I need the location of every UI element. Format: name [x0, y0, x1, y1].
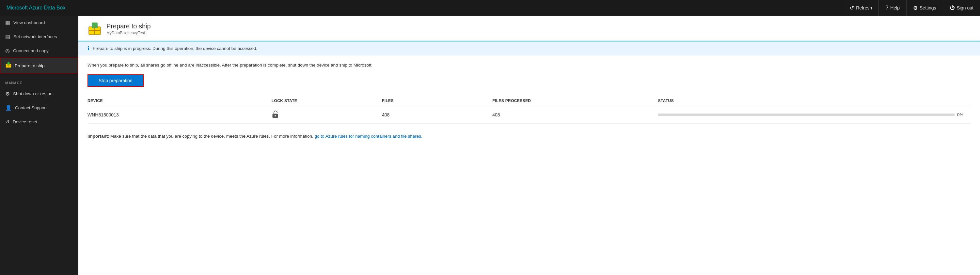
refresh-label: Refresh [856, 5, 872, 10]
network-icon: ▤ [5, 33, 10, 40]
col-header-status: STATUS [658, 96, 971, 106]
sidebar-item-dashboard-label: View dashboard [13, 20, 45, 25]
sidebar-item-network[interactable]: ▤ Set network interfaces [0, 30, 78, 44]
table-row: WNH81500013 408 408 [88, 106, 971, 124]
unlocked-icon [272, 110, 279, 118]
settings-icon: ⚙ [913, 5, 918, 11]
app-title: Microsoft Azure Data Box [6, 5, 65, 11]
dashboard-icon: ▦ [5, 19, 10, 26]
stop-preparation-button[interactable]: Stop preparation [88, 75, 144, 87]
help-label: Help [890, 5, 900, 10]
cell-status: 0% [658, 106, 971, 124]
page-title: Prepare to ship [107, 22, 151, 30]
refresh-icon: ↺ [850, 5, 854, 11]
help-button[interactable]: ? Help [878, 0, 906, 16]
sidebar-item-reset-label: Device reset [13, 119, 37, 124]
sidebar-item-reset[interactable]: ↺ Device reset [0, 115, 78, 129]
manage-section-label: MANAGE [0, 76, 78, 87]
sidebar-item-shutdown-label: Shut down or restart [13, 91, 53, 96]
sidebar-item-support[interactable]: 👤 Contact Support [0, 101, 78, 115]
help-icon: ? [885, 5, 888, 11]
support-icon: 👤 [5, 105, 12, 111]
signout-button[interactable]: ⏻ Sign out [943, 0, 980, 16]
sidebar-item-prepare-label: Prepare to ship [15, 63, 45, 68]
content-area: Prepare to ship MyDataBoxHeavyTest1 ℹ Pr… [78, 16, 980, 275]
page-header-icon [88, 22, 102, 36]
cell-device: WNH81500013 [88, 106, 272, 124]
shutdown-icon: ⚙ [5, 91, 10, 97]
info-icon: ℹ [88, 45, 89, 52]
topbar: Microsoft Azure Data Box ↺ Refresh ? Hel… [0, 0, 980, 16]
sidebar-item-connect-label: Connect and copy [13, 48, 49, 53]
content-body: When you prepare to ship, all shares go … [78, 56, 980, 146]
banner-message: Prepare to ship is in progress. During t… [93, 46, 257, 51]
progress-bar-track [658, 113, 955, 116]
prepare-icon [6, 62, 11, 69]
sidebar: ▦ View dashboard ▤ Set network interface… [0, 16, 78, 275]
sidebar-divider [0, 75, 78, 75]
svg-point-9 [275, 115, 276, 116]
signout-icon: ⏻ [950, 5, 955, 11]
stop-btn-wrapper: Stop preparation [88, 75, 971, 87]
cell-files-processed: 408 [492, 106, 658, 124]
col-header-processed: FILES PROCESSED [492, 96, 658, 106]
settings-label: Settings [920, 5, 936, 10]
sidebar-item-support-label: Contact Support [15, 105, 47, 110]
col-header-lock: LOCK STATE [272, 96, 382, 106]
cell-files: 408 [382, 106, 492, 124]
page-subtitle: MyDataBoxHeavyTest1 [107, 31, 151, 35]
progress-bar-wrapper: 0% [658, 112, 967, 117]
signout-label: Sign out [957, 5, 974, 10]
info-banner: ℹ Prepare to ship is in progress. During… [78, 41, 980, 56]
settings-button[interactable]: ⚙ Settings [906, 0, 943, 16]
sidebar-item-prepare[interactable]: Prepare to ship [0, 58, 78, 73]
page-header-texts: Prepare to ship MyDataBoxHeavyTest1 [107, 22, 151, 35]
main-layout: ▦ View dashboard ▤ Set network interface… [0, 16, 980, 275]
connect-icon: ◎ [5, 48, 10, 54]
reset-icon: ↺ [5, 119, 10, 125]
refresh-button[interactable]: ↺ Refresh [843, 0, 878, 16]
col-header-files: FILES [382, 96, 492, 106]
important-text: : Make sure that the data that you are c… [108, 134, 313, 139]
sidebar-item-connect[interactable]: ◎ Connect and copy [0, 44, 78, 58]
col-header-device: DEVICE [88, 96, 272, 106]
cell-lock-state [272, 106, 382, 124]
prepare-ship-table: DEVICE LOCK STATE FILES FILES PROCESSED … [88, 96, 971, 124]
sidebar-item-dashboard[interactable]: ▦ View dashboard [0, 16, 78, 30]
page-header: Prepare to ship MyDataBoxHeavyTest1 [78, 16, 980, 41]
topbar-actions: ↺ Refresh ? Help ⚙ Settings ⏻ Sign out [843, 0, 980, 16]
azure-rules-link[interactable]: go to Azure rules for naming containers … [315, 134, 422, 139]
important-note: Important: Make sure that the data that … [88, 133, 971, 140]
progress-percentage: 0% [957, 112, 967, 117]
sidebar-item-network-label: Set network interfaces [13, 34, 57, 39]
description-text: When you prepare to ship, all shares go … [88, 62, 971, 68]
sidebar-item-shutdown[interactable]: ⚙ Shut down or restart [0, 87, 78, 101]
important-label: Important [88, 134, 108, 139]
